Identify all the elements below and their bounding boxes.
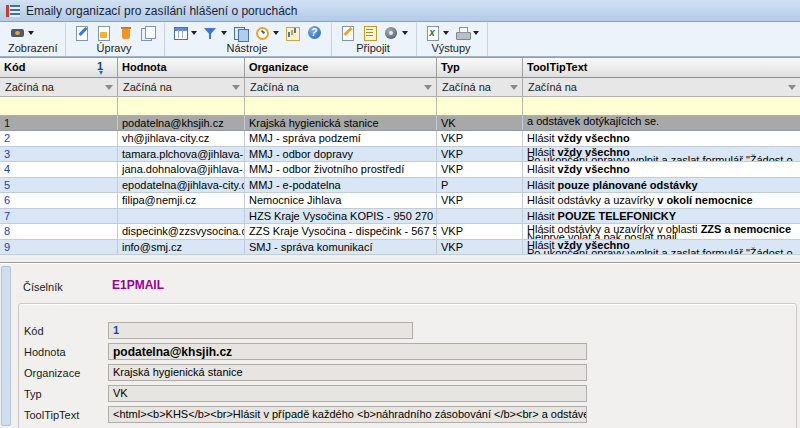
toolbar-group-icons [338, 24, 409, 42]
cell-tooltiptext: Hlásit vždy všechno [523, 162, 800, 176]
detail-scrollbar[interactable] [1, 266, 11, 426]
help-button[interactable] [305, 25, 324, 41]
attach-form-button[interactable] [360, 25, 379, 41]
filter-operator-label: Začíná na [442, 81, 491, 93]
dropdown-caret-icon[interactable] [273, 31, 279, 35]
column-header-kód[interactable]: Kód1 [0, 58, 118, 77]
column-header-organizace[interactable]: Organizace [245, 58, 437, 77]
cell-typ: VKP [437, 193, 523, 207]
dropdown-caret-icon[interactable] [191, 31, 197, 35]
filter-operator-dropdown[interactable]: Začíná na [245, 78, 437, 96]
column-header-typ[interactable]: Typ [437, 58, 523, 77]
filter-operator-dropdown[interactable]: Začíná na [0, 78, 118, 96]
table-row[interactable]: 5epodatelna@jihlava-city.czMMJ - e-podat… [0, 178, 800, 193]
tooltip-line: a odstávek dotýkajících se. [527, 116, 800, 127]
cell-tooltiptext: Hlásit odstávky a uzavírky v okolí nemoc… [523, 193, 800, 207]
attach-media-button[interactable] [382, 25, 409, 41]
filter-operator-dropdown[interactable]: Začíná na [118, 78, 245, 96]
detail-field-label: Hodnota [19, 346, 108, 358]
attach-note-button[interactable] [338, 25, 357, 41]
print-button[interactable] [453, 25, 480, 41]
delete-record-icon [117, 25, 134, 41]
media-icon [383, 25, 400, 41]
toolbar-group-icons [423, 24, 480, 42]
filter-input[interactable] [118, 97, 245, 115]
column-header-tooltiptext[interactable]: ToolTipText [523, 58, 800, 77]
cell-kod: 8 [0, 224, 118, 238]
filter-operator-label: Začíná na [528, 81, 577, 93]
view-icon [9, 25, 26, 41]
detail-fields-group: Kód1Hodnotapodatelna@khsjih.czOrganizace… [18, 303, 797, 428]
edit-record-button[interactable] [94, 25, 113, 41]
cell-organizace: MMJ - odbor životního prostředí [245, 162, 437, 176]
cell-hodnota: filipa@nemji.cz [118, 193, 245, 207]
column-header-label: Typ [441, 61, 460, 73]
new-record-button[interactable] [72, 25, 91, 41]
cell-hodnota: info@smj.cz [118, 240, 245, 254]
grid-filter-operator-row: Začíná naZačíná naZačíná naZačíná naZačí… [0, 78, 800, 97]
filter-operator-label: Začíná na [123, 81, 172, 93]
chevron-down-icon[interactable] [510, 85, 518, 90]
table-row[interactable]: 8dispecink@zzsvysocina.czZZS Kraje Vysoč… [0, 224, 800, 239]
detail-field-value-typ[interactable]: VK [108, 385, 587, 402]
filter-operator-dropdown[interactable]: Začíná na [523, 78, 800, 96]
statistics-button[interactable] [283, 25, 302, 41]
chevron-down-icon[interactable] [105, 85, 113, 90]
table-row[interactable]: 4jana.dohnalova@jihlava-...MMJ - odbor ž… [0, 162, 800, 177]
dropdown-caret-icon[interactable] [402, 31, 408, 35]
print-icon [454, 25, 471, 41]
toolbar-group-label: Úpravy [72, 42, 157, 55]
toolbar-group-label: Nástroje [171, 42, 324, 55]
dropdown-caret-icon[interactable] [28, 31, 34, 35]
copy-record-button[interactable] [138, 25, 157, 41]
cell-typ: VKP [437, 162, 523, 176]
view-button[interactable] [8, 25, 35, 41]
detail-field-value-hodnota[interactable]: podatelna@khsjih.cz [108, 343, 587, 360]
dropdown-caret-icon[interactable] [473, 31, 479, 35]
filter-input[interactable] [0, 97, 118, 115]
columns-button[interactable] [171, 25, 198, 41]
detail-field-value-organizace[interactable]: Krajská hygienická stanice [108, 364, 587, 381]
chevron-down-icon[interactable] [788, 85, 796, 90]
chevron-down-icon[interactable] [232, 85, 240, 90]
tooltip-line: Hlásit odstávky a uzavírky v okolí nemoc… [527, 194, 800, 206]
filter-button[interactable] [201, 25, 228, 41]
dropdown-caret-icon[interactable] [443, 31, 449, 35]
detail-field-label: ToolTipText [19, 409, 108, 421]
table-row[interactable]: 3tamara.plchova@jihlava-...MMJ - odbor d… [0, 147, 800, 162]
edit-record-icon [95, 25, 112, 41]
grid-filter-input-row [0, 97, 800, 116]
note-icon [339, 25, 356, 41]
refresh-button[interactable] [253, 25, 280, 41]
table-row[interactable]: 9info@smj.czSMJ - správa komunikacíVKPHl… [0, 240, 800, 255]
cell-kod: 5 [0, 178, 118, 192]
chevron-down-icon[interactable] [424, 85, 432, 90]
filter-operator-dropdown[interactable]: Začíná na [437, 78, 523, 96]
export-excel-button[interactable] [423, 25, 450, 41]
tooltip-line: Po ukončení opravy vyplnit a zaslat form… [527, 249, 800, 254]
cell-organizace: MMJ - správa podzemí [245, 131, 437, 145]
detail-field-value-tooltiptext[interactable]: <html><b>KHS</b><br>Hlásit v případě kaž… [108, 406, 587, 423]
cell-organizace: Krajská hygienická stanice [245, 116, 437, 130]
cell-typ: P [437, 178, 523, 192]
delete-record-button[interactable] [116, 25, 135, 41]
table-row[interactable]: 6filipa@nemji.czNemocnice JihlavaVKPHlás… [0, 193, 800, 208]
detail-field-value-kód[interactable]: 1 [108, 322, 413, 339]
group-button[interactable] [231, 25, 250, 41]
filter-input[interactable] [523, 97, 800, 115]
sort-indicator: 1 [97, 60, 103, 72]
table-row[interactable]: 7HZS Kraje Vysočina KOPIS - 950 270 200H… [0, 209, 800, 224]
columns-icon [172, 25, 189, 41]
toolbar-group: Připojit [332, 23, 417, 56]
filter-input[interactable] [437, 97, 523, 115]
table-row[interactable]: 1podatelna@khsjih.czKrajská hygienická s… [0, 116, 800, 131]
grid-rows: 1podatelna@khsjih.czKrajská hygienická s… [0, 116, 800, 255]
detail-field-label: Typ [19, 388, 108, 400]
cell-tooltiptext: a odstávek dotýkajících se. [523, 116, 800, 130]
filter-input[interactable] [245, 97, 437, 115]
cell-hodnota: vh@jihlava-city.cz [118, 131, 245, 145]
column-header-hodnota[interactable]: Hodnota [118, 58, 245, 77]
dropdown-caret-icon[interactable] [221, 31, 227, 35]
table-row[interactable]: 2vh@jihlava-city.czMMJ - správa podzemíV… [0, 131, 800, 146]
tooltip-line: Po ukončení opravy vyplnit a zaslat form… [527, 156, 800, 161]
